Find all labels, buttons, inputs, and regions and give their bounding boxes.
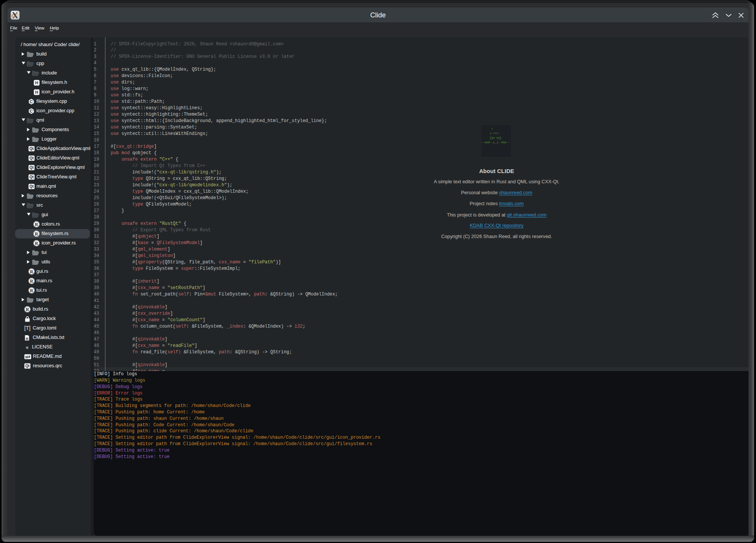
svg-text:Qt: Qt [25,364,29,368]
svg-text:H: H [35,80,38,85]
svg-text:Qt: Qt [29,184,34,189]
svg-text:+: + [33,109,34,111]
svg-text:H: H [35,90,38,94]
svg-text:R: R [35,241,38,246]
svg-text:R: R [35,222,38,227]
svg-text:✶: ✶ [25,345,29,350]
svg-text:+: + [33,99,34,102]
svg-text:C: C [30,109,33,113]
svg-text:Qt: Qt [29,175,34,179]
svg-text:[T]: [T] [24,325,30,331]
svg-text:M: M [25,354,28,359]
svg-text:R: R [30,288,33,293]
svg-text:R: R [35,231,38,237]
svg-text:Qt: Qt [29,166,34,170]
svg-text:Qt: Qt [29,147,34,151]
svg-text:R: R [26,307,29,312]
svg-text:R: R [30,278,33,284]
svg-text:C: C [30,99,33,104]
svg-text:Qt: Qt [29,156,34,160]
svg-text:R: R [30,269,33,274]
